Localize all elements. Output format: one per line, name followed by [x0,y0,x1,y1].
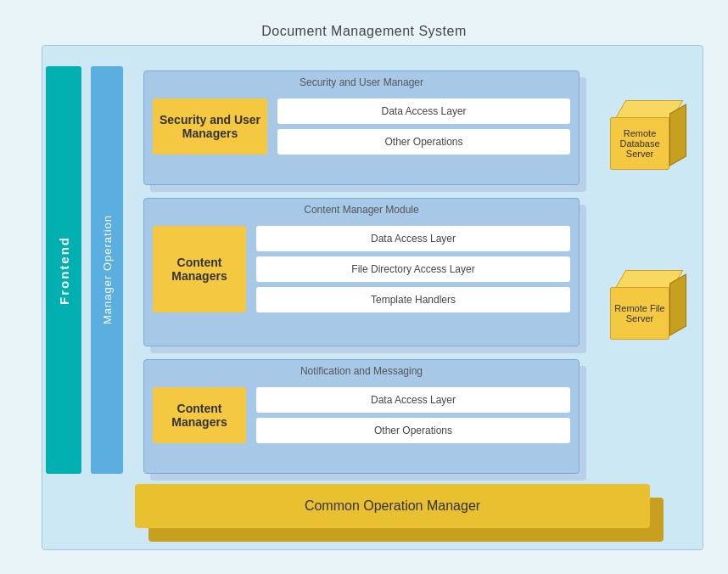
notification-module-content: ContentManagers Data Access Layer Other … [144,380,579,452]
content-module: Content Manager Module ContentManagers D… [143,198,580,346]
content-manager-box: ContentManagers [153,226,246,312]
security-manager-box: Security and UserManagers [153,98,267,155]
main-container: Document Management System Frontend Mana… [0,0,728,574]
diagram-title: Document Management System [16,24,712,39]
notification-module: Notification and Messaging ContentManage… [143,359,580,474]
content-layer-3: Template Handlers [256,287,570,312]
security-module-title: Security and User Manager [144,71,579,92]
content-layer-1: Data Access Layer [256,226,570,251]
manager-operation-label: Manager Operation [101,215,114,324]
notification-module-title: Notification and Messaging [144,360,579,380]
remote-file-server: Remote FileServer [610,270,686,346]
frontend-label: Frontend [57,236,71,305]
notification-layer-1: Data Access Layer [256,387,570,413]
content-module-title: Content Manager Module [144,199,579,219]
diagram-area: Document Management System Frontend Mana… [16,15,712,559]
content-manager-label: ContentManagers [171,256,227,283]
remote-database-label: RemoteDatabaseServer [619,128,659,159]
notification-manager-label: ContentManagers [171,402,227,429]
manager-operation-bar: Manager Operation [91,66,123,474]
content-layers-panel: Data Access Layer File Directory Access … [256,226,570,312]
security-layer-1: Data Access Layer [277,98,570,124]
remote-database-server: RemoteDatabaseServer [610,100,686,177]
common-operation-label: Common Operation Manager [305,498,480,514]
security-module: Security and User Manager Security and U… [143,70,580,185]
security-layer-2: Other Operations [277,129,570,155]
remote-file-label: Remote FileServer [614,303,664,324]
frontend-bar: Frontend [46,66,81,474]
notification-layers-panel: Data Access Layer Other Operations [256,387,570,443]
security-layers-panel: Data Access Layer Other Operations [277,98,570,155]
security-module-content: Security and UserManagers Data Access La… [144,92,579,163]
notification-manager-box: ContentManagers [153,387,246,443]
security-manager-label: Security and UserManagers [160,113,260,140]
content-layer-2: File Directory Access Layer [256,256,570,282]
notification-layer-2: Other Operations [256,418,570,443]
common-operation-bar: Common Operation Manager [135,484,650,528]
content-module-content: ContentManagers Data Access Layer File D… [144,219,579,321]
